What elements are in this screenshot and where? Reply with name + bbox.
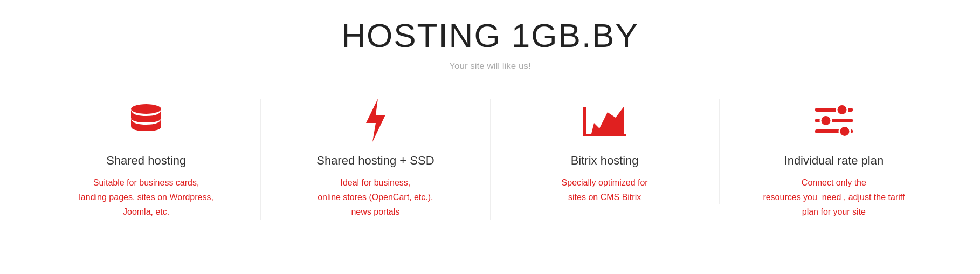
card-shared-hosting-ssd-desc: Ideal for business,online stores (OpenCa… xyxy=(318,175,433,220)
lightning-icon xyxy=(354,99,397,142)
svg-point-0 xyxy=(131,104,161,114)
card-shared-hosting-ssd: Shared hosting + SSD Ideal for business,… xyxy=(261,99,490,220)
card-individual-rate-desc: Connect only theresources you need , adj… xyxy=(763,175,905,220)
svg-marker-1 xyxy=(366,99,385,142)
card-shared-hosting-title: Shared hosting xyxy=(106,154,186,168)
card-bitrix-hosting: Bitrix hosting Specially optimized forsi… xyxy=(491,99,720,204)
svg-rect-3 xyxy=(583,107,586,136)
sliders-icon xyxy=(812,99,855,142)
header-section: HOSTING 1GB.BY Your site will like us! xyxy=(341,16,639,72)
database-icon xyxy=(125,99,168,142)
card-bitrix-hosting-title: Bitrix hosting xyxy=(571,154,639,168)
card-shared-hosting-desc: Suitable for business cards,landing page… xyxy=(79,175,213,220)
card-shared-hosting-ssd-title: Shared hosting + SSD xyxy=(316,154,434,168)
page-subtitle: Your site will like us! xyxy=(341,61,639,72)
svg-point-5 xyxy=(837,105,847,115)
cards-row: Shared hosting Suitable for business car… xyxy=(32,99,948,220)
page-title: HOSTING 1GB.BY xyxy=(341,16,639,54)
svg-rect-2 xyxy=(583,134,626,136)
svg-point-7 xyxy=(820,115,831,126)
card-individual-rate: Individual rate plan Connect only theres… xyxy=(720,99,948,220)
card-individual-rate-title: Individual rate plan xyxy=(784,154,884,168)
card-bitrix-hosting-desc: Specially optimized forsites on CMS Bitr… xyxy=(562,175,648,204)
svg-point-9 xyxy=(839,126,850,137)
card-shared-hosting: Shared hosting Suitable for business car… xyxy=(32,99,261,220)
chart-icon xyxy=(583,99,626,142)
